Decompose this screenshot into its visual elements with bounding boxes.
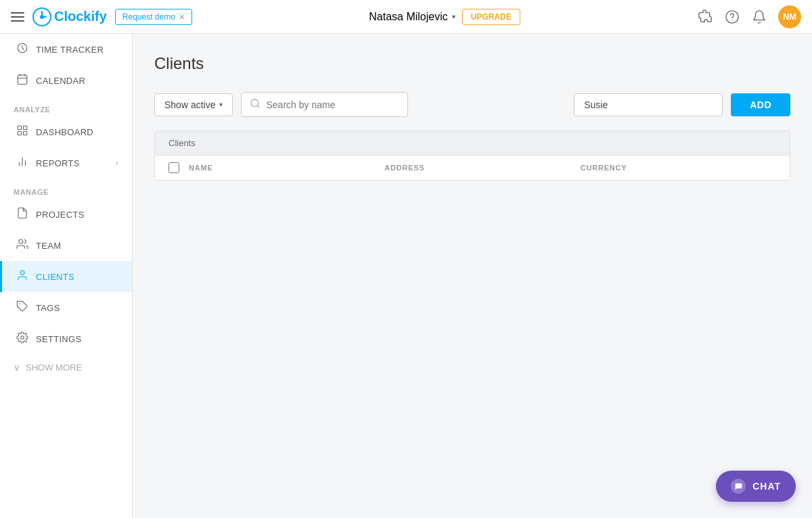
sidebar-item-calendar-label: CALENDAR <box>36 76 85 86</box>
sidebar-item-clients[interactable]: CLIENTS <box>0 261 132 292</box>
page-title: Clients <box>154 54 790 73</box>
sidebar-item-clients-label: CLIENTS <box>36 272 74 282</box>
user-dropdown-icon: ▾ <box>452 13 455 20</box>
sidebar-item-dashboard-label: DASHBOARD <box>36 127 93 137</box>
svg-point-5 <box>731 19 732 20</box>
header: Clockify Request demo × Natasa Milojevic… <box>0 0 812 34</box>
sidebar-item-settings-label: SETTINGS <box>36 334 81 344</box>
hamburger-menu-icon[interactable] <box>11 12 24 22</box>
sidebar-item-team[interactable]: TEAM <box>0 230 132 261</box>
manage-section-label: MANAGE <box>0 179 132 199</box>
select-all-checkbox[interactable] <box>168 162 179 173</box>
app-body: TIME TRACKER CALENDAR ANALYZE DASHBOARD … <box>0 34 812 518</box>
search-input[interactable] <box>266 99 399 110</box>
notification-bell-icon[interactable] <box>751 9 767 25</box>
analyze-section-label: ANALYZE <box>0 96 132 116</box>
sidebar-item-tags[interactable]: TAGS <box>0 292 132 323</box>
chat-bubble-icon <box>731 479 746 494</box>
sidebar-item-time-tracker[interactable]: TIME TRACKER <box>0 34 132 65</box>
search-wrapper <box>241 92 408 117</box>
svg-point-12 <box>19 239 23 243</box>
svg-rect-10 <box>18 132 21 135</box>
toolbar: Show active ▾ ADD <box>154 92 790 117</box>
chat-label: CHAT <box>752 481 781 492</box>
reports-left: REPORTS <box>16 156 80 170</box>
extensions-icon[interactable] <box>697 9 713 25</box>
tags-icon <box>16 300 29 315</box>
user-name: Natasa Milojevic <box>369 11 447 23</box>
reports-expand-icon: › <box>116 158 118 168</box>
avatar[interactable]: NM <box>778 5 801 28</box>
svg-point-15 <box>21 336 24 339</box>
show-active-button[interactable]: Show active ▾ <box>154 93 233 116</box>
add-client-button[interactable]: ADD <box>731 93 790 116</box>
chat-button[interactable]: CHAT <box>716 471 796 502</box>
sidebar-item-tags-label: TAGS <box>36 303 60 313</box>
clients-icon <box>16 269 29 284</box>
clients-table-section-label: Clients <box>155 131 790 155</box>
request-demo-label: Request demo <box>122 12 175 22</box>
calendar-icon <box>16 73 29 88</box>
show-more-chevron-icon: ∨ <box>14 362 20 373</box>
header-center: Natasa Milojevic ▾ UPGRADE <box>192 9 697 25</box>
sidebar-item-calendar[interactable]: CALENDAR <box>0 65 132 96</box>
clients-table: Clients NAME ADDRESS CURRENCY <box>154 131 790 181</box>
sidebar-item-settings[interactable]: SETTINGS <box>0 323 132 354</box>
show-more-label: SHOW MORE <box>26 362 82 373</box>
show-more[interactable]: ∨ SHOW MORE <box>0 354 132 381</box>
sidebar-item-reports-label: REPORTS <box>36 158 80 168</box>
header-left: Clockify Request demo × <box>11 7 192 26</box>
settings-icon <box>16 331 29 346</box>
sidebar-item-projects-label: PROJECTS <box>36 210 85 220</box>
column-header-address: ADDRESS <box>384 164 580 172</box>
clockify-logo-icon <box>32 7 51 26</box>
sidebar: TIME TRACKER CALENDAR ANALYZE DASHBOARD … <box>0 34 133 518</box>
svg-rect-7 <box>18 75 27 85</box>
reports-icon <box>16 156 29 170</box>
show-active-label: Show active <box>164 99 215 110</box>
sidebar-item-dashboard[interactable]: DASHBOARD <box>0 116 132 147</box>
logo[interactable]: Clockify <box>32 7 107 26</box>
sidebar-item-reports[interactable]: REPORTS › <box>0 147 132 179</box>
client-name-input[interactable] <box>574 93 723 116</box>
logo-text: Clockify <box>54 9 107 24</box>
main-content: Clients Show active ▾ ADD Clients NAME A… <box>133 34 812 518</box>
svg-rect-8 <box>18 126 21 129</box>
svg-rect-9 <box>24 126 27 129</box>
column-header-name: NAME <box>189 164 384 172</box>
time-tracker-icon <box>16 42 29 57</box>
svg-point-13 <box>20 270 24 275</box>
header-right: NM <box>697 5 801 28</box>
sidebar-item-projects[interactable]: PROJECTS <box>0 199 132 230</box>
column-header-currency: CURRENCY <box>581 164 776 172</box>
dashboard-icon <box>16 124 29 139</box>
projects-icon <box>16 207 29 222</box>
sidebar-item-team-label: TEAM <box>36 241 61 251</box>
user-info[interactable]: Natasa Milojevic ▾ <box>369 11 455 23</box>
upgrade-button[interactable]: UPGRADE <box>462 9 520 25</box>
sidebar-item-time-tracker-label: TIME TRACKER <box>36 45 104 55</box>
request-demo-badge[interactable]: Request demo × <box>115 9 192 25</box>
svg-rect-11 <box>24 132 27 135</box>
show-active-dropdown-icon: ▾ <box>219 101 223 108</box>
table-column-headers: NAME ADDRESS CURRENCY <box>155 155 790 180</box>
help-icon[interactable] <box>724 9 740 25</box>
search-icon <box>250 98 261 111</box>
demo-close-icon[interactable]: × <box>179 11 185 22</box>
team-icon <box>16 238 29 253</box>
